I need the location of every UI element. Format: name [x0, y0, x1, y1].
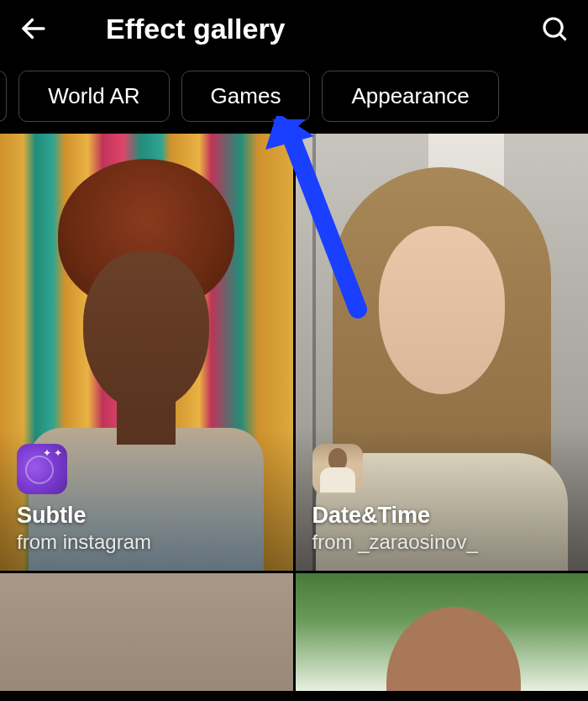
effect-overlay: Date&Time from _zaraosinov_	[296, 429, 589, 571]
effect-card-datetime[interactable]: Date&Time from _zaraosinov_	[296, 134, 589, 571]
effects-grid: Subtle from instagram Date&Time from _za…	[0, 134, 588, 691]
effect-author: from instagram	[17, 530, 276, 554]
effect-overlay: Subtle from instagram	[0, 429, 293, 571]
effect-author: from _zaraosinov_	[312, 530, 572, 554]
tab-world-ar[interactable]: World AR	[18, 71, 169, 122]
tab-cut-left[interactable]	[0, 71, 7, 122]
author-name: instagram	[63, 530, 151, 553]
from-prefix: from	[17, 530, 63, 553]
effect-card-subtle[interactable]: Subtle from instagram	[0, 134, 293, 571]
search-button[interactable]	[536, 10, 573, 47]
effect-preview-image	[296, 573, 589, 691]
category-tabs: World AR Games Appearance	[0, 62, 588, 134]
header-bar: Effect gallery	[0, 0, 588, 62]
effect-name: Date&Time	[312, 503, 572, 529]
effect-name: Subtle	[17, 503, 276, 529]
author-name: _zaraosinov_	[358, 530, 478, 553]
tab-games[interactable]: Games	[181, 71, 311, 122]
back-button[interactable]	[15, 10, 52, 47]
effect-card-partial[interactable]	[296, 573, 589, 691]
effect-preview-image	[0, 573, 293, 691]
effect-card-partial[interactable]	[0, 573, 293, 691]
search-icon	[540, 14, 569, 43]
back-arrow-icon	[18, 13, 49, 44]
tab-appearance[interactable]: Appearance	[322, 71, 498, 122]
sparkle-lens-icon	[17, 444, 67, 494]
from-prefix: from	[312, 530, 359, 553]
avatar-thumbnail-icon	[312, 444, 363, 494]
page-title: Effect gallery	[106, 13, 516, 45]
svg-line-2	[559, 34, 564, 39]
